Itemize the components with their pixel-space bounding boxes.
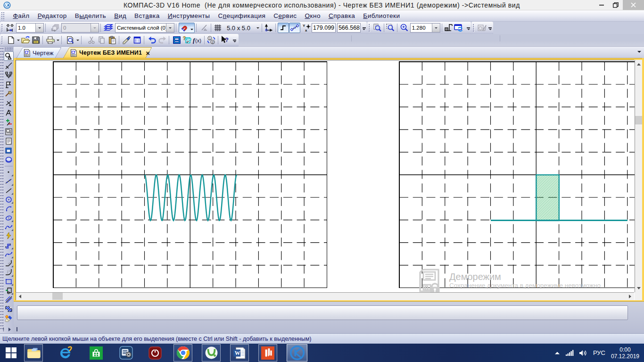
taskbar-windows-store[interactable] bbox=[87, 344, 106, 362]
zoom-frame-button[interactable] bbox=[386, 23, 396, 33]
tool-hatch[interactable] bbox=[4, 295, 14, 304]
property-bar-grips[interactable] bbox=[3, 327, 17, 331]
tool-smart-line[interactable] bbox=[4, 231, 14, 240]
zoom-by-area-button[interactable] bbox=[372, 23, 382, 33]
hatched-rectangle-drawing[interactable] bbox=[490, 175, 604, 221]
start-button[interactable] bbox=[0, 344, 22, 362]
panel-category-specification[interactable] bbox=[4, 136, 14, 146]
fx-button[interactable]: f(x) bbox=[192, 35, 203, 45]
copy-properties-button[interactable] bbox=[122, 35, 132, 45]
open-document-button[interactable] bbox=[20, 35, 31, 45]
combo-dropdown-icon[interactable] bbox=[166, 24, 174, 32]
layer-number-combo[interactable]: 0 bbox=[61, 23, 99, 33]
tool-brush-style[interactable] bbox=[4, 313, 14, 322]
volume-icon[interactable] bbox=[579, 350, 587, 356]
menu-item[interactable]: Вид bbox=[110, 11, 131, 21]
taskbar-power-app[interactable] bbox=[146, 344, 165, 362]
snap-settings-button[interactable] bbox=[179, 23, 195, 33]
xy-coordinates-icon[interactable]: Yx bbox=[302, 23, 312, 33]
drawing-canvas[interactable]: Деморежим Сохранение документа в демореж… bbox=[16, 60, 634, 292]
copy-button[interactable] bbox=[97, 35, 107, 45]
toolbar-grip[interactable] bbox=[1, 24, 4, 32]
tool-multiline[interactable] bbox=[4, 240, 14, 249]
combo-dropdown-icon[interactable] bbox=[91, 24, 99, 32]
property-grip-bar[interactable] bbox=[17, 327, 17, 331]
y-coordinate-field[interactable]: 566.568 bbox=[337, 23, 361, 33]
print-button[interactable] bbox=[45, 35, 56, 45]
restore-button[interactable] bbox=[609, 0, 623, 10]
taskbar-internet-explorer[interactable] bbox=[56, 344, 75, 362]
combo-dropdown-icon[interactable] bbox=[35, 24, 43, 32]
panel-category-editing[interactable] bbox=[4, 89, 14, 99]
layer-switch-button[interactable] bbox=[50, 23, 60, 33]
panel-category-designations[interactable] bbox=[4, 70, 14, 80]
panel-category-insert-macro[interactable] bbox=[4, 155, 14, 165]
tool-segment[interactable] bbox=[4, 186, 14, 195]
print-preview-button[interactable] bbox=[65, 35, 75, 45]
menu-item[interactable]: Спецификация bbox=[214, 11, 270, 21]
new-document-button[interactable] bbox=[6, 35, 16, 45]
tool-bezier[interactable] bbox=[4, 250, 14, 259]
tool-point[interactable] bbox=[4, 168, 14, 177]
local-cs-button[interactable] bbox=[264, 23, 274, 33]
scroll-up-button[interactable] bbox=[635, 60, 642, 68]
minimize-button[interactable] bbox=[594, 0, 609, 10]
tab-drawing-active[interactable]: Чертеж БЕЗ ИМЕНИ1 × bbox=[66, 47, 149, 58]
taskbar-clock[interactable]: 0:00 07.12.2019 bbox=[611, 346, 639, 360]
horizontal-scrollbar[interactable] bbox=[16, 292, 634, 300]
menu-item[interactable]: Окно bbox=[301, 11, 324, 21]
variables-button[interactable] bbox=[172, 35, 182, 45]
tray-expand-icon[interactable] bbox=[554, 351, 560, 355]
grid-button[interactable] bbox=[213, 23, 223, 33]
menu-item[interactable]: Вставка bbox=[131, 11, 164, 21]
state-toolbar-overflow-button[interactable] bbox=[362, 23, 367, 33]
menu-grip[interactable] bbox=[1, 12, 5, 20]
taskbar-file-explorer[interactable] bbox=[24, 344, 43, 362]
standard-toolbar-overflow-button[interactable] bbox=[232, 35, 237, 45]
tool-ellipse[interactable] bbox=[4, 213, 14, 222]
print-dropdown-icon[interactable] bbox=[56, 35, 60, 45]
tab-close-button[interactable]: × bbox=[144, 49, 150, 57]
tool-polyline[interactable] bbox=[4, 222, 14, 231]
menu-item[interactable]: Файл bbox=[9, 11, 33, 21]
rounding-button[interactable] bbox=[289, 23, 300, 33]
layer-name-combo[interactable]: Системный слой (0) bbox=[115, 23, 174, 33]
tool-fill[interactable] bbox=[4, 304, 14, 313]
toolbar-grip[interactable] bbox=[369, 24, 371, 32]
panel-category-parametrize[interactable] bbox=[4, 99, 14, 108]
panel-category-reports[interactable] bbox=[4, 146, 14, 155]
menu-item[interactable]: Инструменты bbox=[164, 11, 214, 21]
language-indicator[interactable]: РУС bbox=[593, 349, 605, 356]
scroll-down-button[interactable] bbox=[635, 284, 642, 292]
quick-doc-button[interactable]: ? bbox=[182, 35, 192, 45]
view-toolbar-overflow-button[interactable] bbox=[466, 23, 471, 33]
insert-view-button[interactable] bbox=[476, 23, 487, 33]
new-document-dropdown-icon[interactable] bbox=[16, 35, 20, 45]
redo-button[interactable] bbox=[157, 35, 167, 45]
grid-dropdown-icon[interactable] bbox=[256, 23, 260, 33]
menu-item[interactable]: Библиотеки bbox=[359, 11, 404, 21]
taskbar-kompas-active[interactable] bbox=[287, 344, 307, 362]
preview-dropdown-icon[interactable] bbox=[75, 35, 80, 45]
paste-button[interactable] bbox=[107, 35, 117, 45]
undo-button[interactable] bbox=[147, 35, 157, 45]
panel-category-designations2[interactable] bbox=[4, 80, 14, 89]
menu-item[interactable]: Выделить bbox=[71, 11, 110, 21]
tab-drawing-inactive[interactable]: Чертеж bbox=[19, 47, 58, 58]
tool-rectangle[interactable] bbox=[4, 277, 14, 286]
zoom-scale-combo[interactable]: 1.280 bbox=[410, 23, 440, 33]
taskbar-settings-app[interactable] bbox=[116, 344, 135, 362]
taskbar-utorrent[interactable] bbox=[202, 344, 221, 362]
save-document-button[interactable] bbox=[31, 35, 41, 45]
x-coordinate-field[interactable]: 179.099 bbox=[312, 23, 336, 33]
panel-category-dimensions[interactable] bbox=[4, 61, 14, 70]
tool-circle[interactable] bbox=[4, 195, 14, 204]
zoom-in-out-button[interactable] bbox=[399, 23, 409, 33]
toolbar-grip[interactable] bbox=[1, 36, 4, 44]
tool-fillet[interactable] bbox=[4, 268, 14, 277]
refresh-image-button[interactable] bbox=[454, 23, 464, 33]
taskbar-word[interactable]: W bbox=[230, 344, 249, 362]
panel-category-measure[interactable] bbox=[4, 108, 14, 117]
tool-chamfer[interactable] bbox=[4, 259, 14, 268]
property-grip-dots[interactable] bbox=[3, 328, 5, 331]
